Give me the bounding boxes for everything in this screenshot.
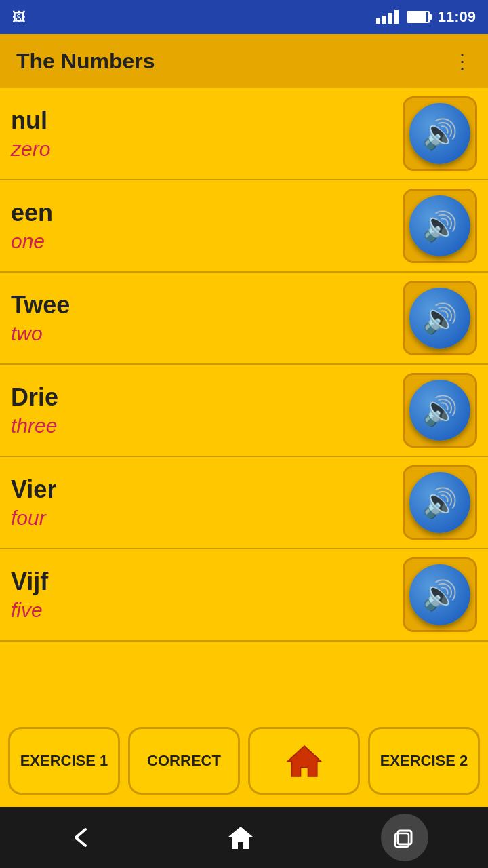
- word-item: Vier four 🔊: [0, 457, 488, 549]
- correct-button[interactable]: CORRECT: [128, 727, 240, 795]
- word-text-block: Vijf five: [11, 568, 394, 622]
- exercise1-button[interactable]: EXERCISE 1: [8, 727, 120, 795]
- sound-icon: 🔊: [422, 394, 458, 427]
- status-bar: 🖼 11:09: [0, 0, 488, 34]
- word-english: one: [11, 230, 394, 253]
- nav-bar: [0, 807, 488, 868]
- empty-space: [0, 660, 488, 715]
- word-dutch: Vier: [11, 475, 394, 504]
- recents-button[interactable]: [381, 814, 428, 861]
- menu-icon[interactable]: ⋮: [453, 50, 472, 73]
- action-buttons: EXERCISE 1 CORRECT EXERCISE 2: [0, 715, 488, 807]
- back-icon: [66, 824, 94, 851]
- recents-icon: [394, 827, 415, 848]
- word-english: zero: [11, 138, 394, 161]
- sound-button-5[interactable]: 🔊: [403, 557, 477, 632]
- word-text-block: Vier four: [11, 475, 394, 530]
- word-item: Vijf five 🔊: [0, 549, 488, 642]
- word-text-block: Twee two: [11, 291, 394, 345]
- content-area: nul zero 🔊 een one 🔊 Twee two: [0, 88, 488, 807]
- word-dutch: Twee: [11, 291, 394, 319]
- home-nav-button[interactable]: [220, 817, 261, 858]
- app-header: The Numbers ⋮: [0, 34, 488, 88]
- word-text-block: een one: [11, 199, 394, 253]
- sound-button-4[interactable]: 🔊: [403, 465, 477, 540]
- word-english: two: [11, 322, 394, 345]
- word-english: four: [11, 507, 394, 530]
- word-english: five: [11, 599, 394, 622]
- photo-icon: 🖼: [12, 9, 26, 25]
- word-dutch: een: [11, 199, 394, 227]
- battery-icon: [407, 11, 430, 23]
- sound-circle: 🔊: [409, 288, 470, 349]
- word-item: een one 🔊: [0, 180, 488, 273]
- sound-icon: 🔊: [422, 486, 458, 519]
- home-nav-icon: [227, 825, 254, 850]
- home-icon: [285, 743, 323, 778]
- sound-circle: 🔊: [409, 472, 470, 533]
- svg-marker-1: [228, 827, 253, 849]
- word-item: Twee two 🔊: [0, 273, 488, 365]
- word-dutch: Drie: [11, 383, 394, 412]
- word-english: three: [11, 414, 394, 437]
- sound-icon: 🔊: [422, 578, 458, 612]
- sound-circle: 🔊: [409, 103, 470, 164]
- sound-button-1[interactable]: 🔊: [403, 189, 477, 263]
- word-item: Drie three 🔊: [0, 365, 488, 457]
- sound-circle: 🔊: [409, 195, 470, 256]
- home-button[interactable]: [248, 727, 360, 795]
- sound-icon: 🔊: [422, 117, 458, 151]
- word-text-block: nul zero: [11, 106, 394, 161]
- word-item: nul zero 🔊: [0, 88, 488, 180]
- exercise2-button[interactable]: EXERCISE 2: [368, 727, 480, 795]
- word-dutch: Vijf: [11, 568, 394, 596]
- word-list: nul zero 🔊 een one 🔊 Twee two: [0, 88, 488, 660]
- home-btn-inner: [285, 743, 323, 778]
- sound-button-2[interactable]: 🔊: [403, 281, 477, 355]
- back-button[interactable]: [60, 817, 100, 858]
- signal-bars: [376, 10, 399, 24]
- sound-button-0[interactable]: 🔊: [403, 96, 477, 171]
- svg-marker-0: [287, 746, 321, 776]
- sound-button-3[interactable]: 🔊: [403, 373, 477, 448]
- sound-icon: 🔊: [422, 302, 458, 335]
- sound-icon: 🔊: [422, 210, 458, 243]
- word-text-block: Drie three: [11, 383, 394, 437]
- status-left-icons: 🖼: [12, 9, 26, 25]
- app-title: The Numbers: [16, 49, 453, 74]
- sound-circle: 🔊: [409, 564, 470, 625]
- status-time: 11:09: [438, 8, 476, 26]
- word-dutch: nul: [11, 106, 394, 135]
- sound-circle: 🔊: [409, 380, 470, 441]
